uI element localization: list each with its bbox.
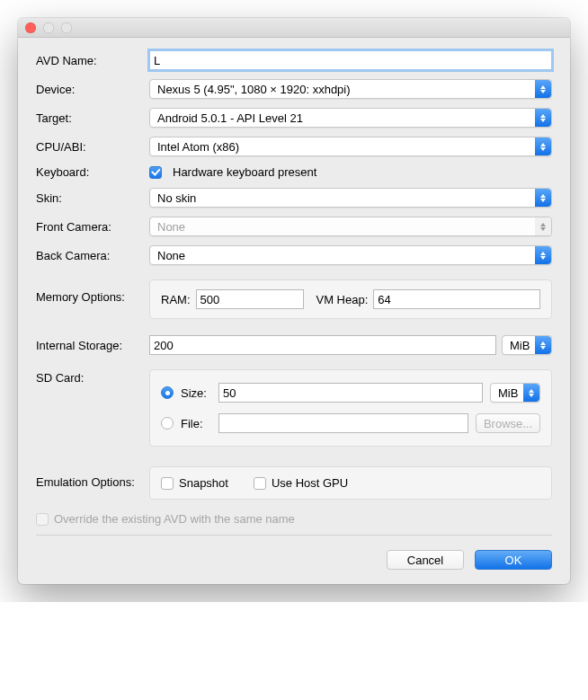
skin-value: No skin bbox=[157, 191, 196, 205]
chevron-updown-icon bbox=[535, 109, 551, 127]
sd-size-unit-value: MiB bbox=[498, 386, 518, 400]
cancel-button[interactable]: Cancel bbox=[387, 550, 464, 570]
cpu-abi-value: Intel Atom (x86) bbox=[157, 140, 239, 154]
internal-storage-label: Internal Storage: bbox=[36, 339, 149, 352]
back-camera-value: None bbox=[157, 249, 185, 262]
chevron-updown-icon bbox=[535, 217, 551, 235]
chevron-updown-icon bbox=[535, 336, 551, 354]
vm-heap-input[interactable] bbox=[373, 289, 540, 309]
target-value: Android 5.0.1 - API Level 21 bbox=[157, 111, 303, 125]
internal-storage-unit-select[interactable]: MiB bbox=[502, 335, 552, 355]
maximize-icon bbox=[61, 22, 72, 33]
cpu-abi-label: CPU/ABI: bbox=[36, 140, 149, 154]
avd-name-input[interactable] bbox=[149, 50, 552, 70]
cpu-abi-select[interactable]: Intel Atom (x86) bbox=[149, 137, 552, 156]
override-checkbox bbox=[36, 513, 49, 526]
sd-size-radio[interactable] bbox=[161, 386, 174, 399]
skin-select[interactable]: No skin bbox=[149, 188, 552, 208]
back-camera-label: Back Camera: bbox=[36, 249, 149, 262]
keyboard-checkbox[interactable] bbox=[149, 166, 162, 179]
emulation-options-label: Emulation Options: bbox=[36, 466, 149, 489]
override-label: Override the existing AVD with the same … bbox=[54, 512, 295, 526]
front-camera-value: None bbox=[157, 220, 185, 234]
device-label: Device: bbox=[36, 83, 149, 96]
keyboard-label: Keyboard: bbox=[36, 165, 149, 179]
device-select[interactable]: Nexus 5 (4.95", 1080 × 1920: xxhdpi) bbox=[149, 79, 552, 99]
front-camera-select: None bbox=[149, 217, 552, 236]
dialog-footer: Cancel OK bbox=[36, 546, 552, 570]
snapshot-label: Snapshot bbox=[179, 476, 228, 490]
memory-options-label: Memory Options: bbox=[36, 279, 149, 304]
avd-name-label: AVD Name: bbox=[36, 54, 149, 67]
keyboard-checkbox-label: Hardware keyboard present bbox=[173, 165, 316, 179]
sd-file-label: File: bbox=[181, 417, 211, 430]
sd-card-label: SD Card: bbox=[36, 369, 149, 385]
sd-size-input[interactable] bbox=[218, 383, 483, 403]
chevron-updown-icon bbox=[535, 80, 551, 98]
sd-card-group: Size: MiB File: Browse... bbox=[149, 369, 552, 447]
divider bbox=[36, 535, 552, 536]
ram-label: RAM: bbox=[161, 293, 191, 306]
chevron-updown-icon bbox=[523, 384, 539, 402]
minimize-icon bbox=[43, 22, 54, 33]
sd-size-label: Size: bbox=[181, 386, 211, 400]
sd-file-radio[interactable] bbox=[161, 417, 174, 430]
ok-button[interactable]: OK bbox=[475, 550, 552, 570]
device-value: Nexus 5 (4.95", 1080 × 1920: xxhdpi) bbox=[157, 83, 351, 96]
chevron-updown-icon bbox=[535, 246, 551, 264]
chevron-updown-icon bbox=[535, 137, 551, 155]
sd-size-unit-select[interactable]: MiB bbox=[490, 383, 540, 403]
titlebar bbox=[18, 18, 570, 38]
snapshot-checkbox[interactable] bbox=[161, 477, 174, 490]
emulation-options-group: Snapshot Use Host GPU bbox=[149, 466, 552, 500]
front-camera-label: Front Camera: bbox=[36, 220, 149, 234]
ram-input[interactable] bbox=[196, 289, 304, 309]
chevron-updown-icon bbox=[535, 189, 551, 207]
dialog-window: AVD Name: Device: Nexus 5 (4.95", 1080 ×… bbox=[18, 18, 570, 584]
internal-storage-unit-value: MiB bbox=[510, 339, 530, 352]
back-camera-select[interactable]: None bbox=[149, 245, 552, 265]
vm-heap-label: VM Heap: bbox=[316, 293, 369, 306]
close-icon[interactable] bbox=[25, 22, 36, 33]
target-label: Target: bbox=[36, 111, 149, 125]
sd-file-input bbox=[218, 413, 468, 433]
dialog-content: AVD Name: Device: Nexus 5 (4.95", 1080 ×… bbox=[18, 38, 570, 584]
skin-label: Skin: bbox=[36, 191, 149, 205]
memory-options-group: RAM: VM Heap: bbox=[149, 279, 552, 319]
browse-button: Browse... bbox=[476, 413, 540, 433]
internal-storage-input[interactable] bbox=[149, 335, 496, 355]
use-host-gpu-checkbox[interactable] bbox=[254, 477, 266, 490]
target-select[interactable]: Android 5.0.1 - API Level 21 bbox=[149, 108, 552, 128]
use-host-gpu-label: Use Host GPU bbox=[272, 476, 348, 490]
